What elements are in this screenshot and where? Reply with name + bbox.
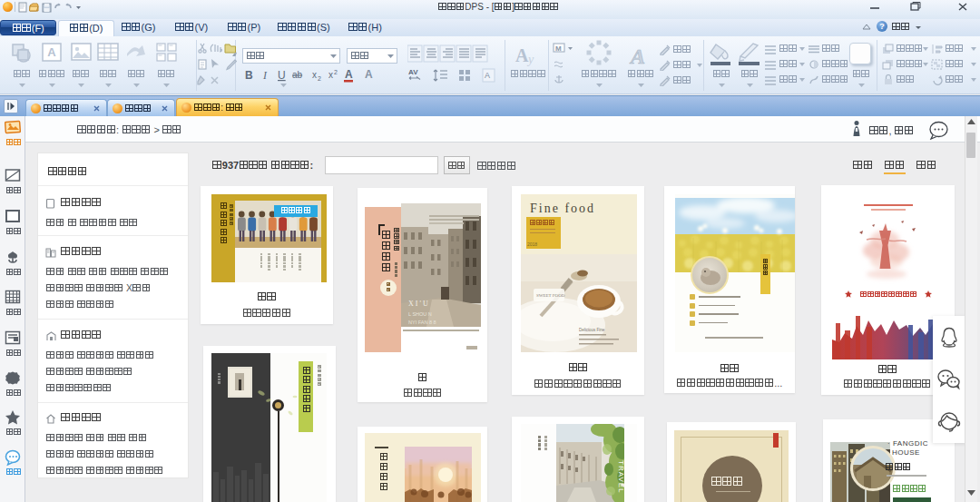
- svg-text:A: A: [485, 71, 490, 80]
- svg-text:ab: ab: [292, 70, 303, 80]
- svg-text:NYI FAN 8 8: NYI FAN 8 8: [408, 320, 436, 325]
- svg-text:TRAVEL: TRAVEL: [617, 460, 624, 494]
- svg-text:x: x: [312, 70, 317, 80]
- svg-text:A: A: [47, 45, 56, 59]
- svg-text:A: A: [365, 68, 373, 81]
- svg-text:M: M: [555, 44, 562, 53]
- svg-text:2: 2: [318, 75, 321, 82]
- svg-text:A: A: [629, 44, 645, 67]
- svg-text:A: A: [345, 68, 353, 81]
- svg-text:AV: AV: [408, 68, 418, 76]
- svg-text:L SHOU N: L SHOU N: [408, 311, 432, 317]
- svg-text:Delicious Fine: Delicious Fine: [579, 328, 605, 332]
- svg-text:SWEET FOOD: SWEET FOOD: [536, 293, 565, 298]
- svg-text:A: A: [515, 45, 529, 65]
- svg-text:2: 2: [334, 69, 338, 75]
- svg-text:y: y: [526, 53, 534, 66]
- svg-text:B: B: [245, 69, 253, 82]
- svg-text:I: I: [262, 69, 268, 82]
- svg-text:x: x: [328, 70, 333, 80]
- svg-text:X I ' U: X I ' U: [408, 300, 428, 308]
- svg-text:U: U: [278, 69, 286, 82]
